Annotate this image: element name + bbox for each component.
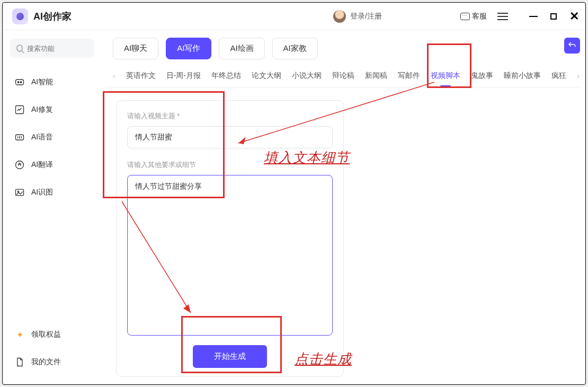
ai-image-icon: [14, 187, 25, 198]
window-close[interactable]: ✕: [569, 11, 579, 22]
svg-point-1: [17, 82, 19, 83]
form-panel: 请输入视频主题 * 请输入其他要求或细节 开始生成: [116, 100, 344, 377]
sidebar-item-label: AI语音: [31, 133, 53, 142]
sidebar-item-label: 领取权益: [31, 330, 61, 339]
category-next[interactable]: ›: [577, 72, 580, 80]
ai-voice-icon: [14, 132, 25, 143]
category-item[interactable]: 疯狂: [551, 71, 566, 81]
sidebar-item-files[interactable]: 我的文件: [10, 351, 94, 373]
search-box[interactable]: [10, 39, 94, 58]
window-minimize[interactable]: [529, 16, 538, 17]
sidebar: AI智能 AI修复 AI语音 AI翻译 AI识图 ✦ 领取权益: [3, 30, 101, 384]
sidebar-item-label: AI识图: [31, 188, 53, 197]
sidebar-item-label: AI翻译: [31, 160, 53, 170]
sidebar-item-ai-repair[interactable]: AI修复: [10, 99, 94, 120]
menu-icon[interactable]: [497, 13, 508, 20]
titlebar: AI创作家 登录/注册 客服 ✕: [3, 3, 585, 30]
undo-button[interactable]: [564, 38, 580, 54]
ai-repair-icon: [14, 104, 25, 115]
mode-tab-paint[interactable]: AI绘画: [219, 38, 264, 59]
category-item[interactable]: 小说大纲: [292, 71, 322, 81]
sidebar-item-label: AI智能: [31, 77, 53, 87]
sidebar-item-ai-smart[interactable]: AI智能: [10, 72, 94, 93]
category-item-active[interactable]: 视频脚本: [431, 71, 460, 81]
sidebar-item-ai-voice[interactable]: AI语音: [10, 127, 94, 148]
svg-point-5: [16, 161, 24, 169]
mode-tab-tutor[interactable]: AI家教: [272, 38, 318, 59]
category-strip: ‹ 英语作文 日-周-月报 年终总结 论文大纲 小说大纲 辩论稿 新闻稿 写邮件…: [105, 65, 581, 87]
sidebar-item-reward[interactable]: ✦ 领取权益: [10, 324, 94, 345]
customer-service-button[interactable]: 客服: [456, 10, 491, 23]
customer-service-label: 客服: [472, 12, 487, 21]
window-maximize[interactable]: [550, 13, 557, 20]
category-prev[interactable]: ‹: [113, 72, 115, 80]
mode-tab-chat[interactable]: AI聊天: [113, 38, 158, 59]
mode-tab-write[interactable]: AI写作: [166, 38, 211, 59]
sidebar-item-label: 我的文件: [31, 357, 61, 367]
ai-smart-icon: [14, 77, 25, 87]
category-item[interactable]: 辩论稿: [332, 71, 354, 81]
category-item[interactable]: 写邮件: [398, 71, 420, 81]
category-item[interactable]: 新闻稿: [365, 71, 387, 81]
category-item[interactable]: 年终总结: [211, 71, 241, 81]
detail-textarea[interactable]: [127, 175, 333, 336]
sidebar-item-label: AI修复: [31, 105, 53, 115]
app-logo: [12, 8, 28, 24]
topic-label: 请输入视频主题 *: [127, 111, 333, 121]
category-item[interactable]: 睡前小故事: [504, 71, 541, 81]
svg-rect-0: [16, 80, 24, 85]
app-title: AI创作家: [33, 10, 72, 23]
main-panel: AI聊天 AI写作 AI绘画 AI家教 ‹ 英语作文 日-周-月报 年终总结 论…: [101, 30, 585, 384]
category-item[interactable]: 日-周-月报: [166, 71, 201, 81]
generate-button[interactable]: 开始生成: [193, 345, 267, 368]
svg-point-2: [20, 82, 22, 83]
ai-translate-icon: [14, 160, 25, 170]
category-item[interactable]: 英语作文: [126, 71, 156, 81]
chat-icon: [460, 13, 470, 20]
topic-input[interactable]: [127, 126, 333, 148]
sidebar-item-ai-image[interactable]: AI识图: [10, 182, 94, 203]
login-link[interactable]: 登录/注册: [350, 12, 382, 21]
files-icon: [14, 357, 25, 367]
search-input[interactable]: [27, 45, 87, 52]
category-item[interactable]: 鬼故事: [471, 71, 493, 81]
avatar[interactable]: [333, 10, 346, 23]
search-icon: [16, 45, 23, 52]
reward-icon: ✦: [14, 329, 25, 340]
sidebar-item-ai-translate[interactable]: AI翻译: [10, 154, 94, 175]
detail-label: 请输入其他要求或细节: [127, 160, 333, 170]
category-item[interactable]: 论文大纲: [252, 71, 281, 81]
